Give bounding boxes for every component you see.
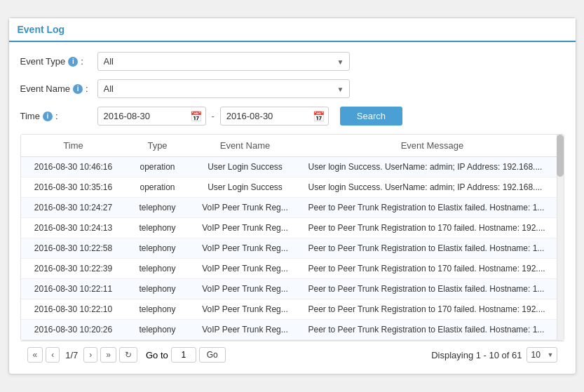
table-row: 2016-08-30 10:22:39 telephony VoIP Peer … <box>21 259 564 279</box>
cell-type: telephony <box>126 238 189 259</box>
event-type-row: Event Type i : All <box>20 52 564 71</box>
cell-type: telephony <box>126 279 189 299</box>
panel-title-text: Event Log <box>18 24 65 35</box>
scrollbar-track <box>557 135 564 340</box>
table-row: 2016-08-30 10:46:16 operation User Login… <box>21 157 564 177</box>
calendar-from-icon[interactable]: 📅 <box>190 111 202 122</box>
col-time: Time <box>21 135 126 157</box>
cell-message: Peer to Peer Trunk Registration to Elast… <box>301 279 564 299</box>
cell-message: Peer to Peer Trunk Registration to 170 f… <box>301 259 564 279</box>
cell-time: 2016-08-30 10:22:39 <box>21 259 126 279</box>
col-event-message: Event Message <box>301 135 564 157</box>
table-row: 2016-08-30 10:22:58 telephony VoIP Peer … <box>21 238 564 259</box>
cell-message: User login Success. UserName: admin; IP … <box>301 177 564 198</box>
cell-event-name: VoIP Peer Trunk Reg... <box>189 238 301 259</box>
event-name-row: Event Name i : All <box>20 79 564 98</box>
refresh-button[interactable]: ↻ <box>119 347 137 363</box>
scrollbar-thumb[interactable] <box>557 135 564 177</box>
table-row: 2016-08-30 10:22:11 telephony VoIP Peer … <box>21 279 564 299</box>
cell-time: 2016-08-30 10:22:10 <box>21 299 126 320</box>
cell-type: telephony <box>126 259 189 279</box>
date-dash: - <box>212 111 215 121</box>
event-type-label: Event Type i : <box>20 56 97 67</box>
calendar-to-icon[interactable]: 📅 <box>313 111 325 122</box>
cell-time: 2016-08-30 10:46:16 <box>21 157 126 177</box>
cell-type: telephony <box>126 320 189 340</box>
table-row: 2016-08-30 10:20:26 telephony VoIP Peer … <box>21 320 564 340</box>
time-row: Time i : 📅 - 📅 Search <box>20 107 564 126</box>
cell-event-name: VoIP Peer Trunk Reg... <box>189 218 301 238</box>
date-from-wrapper: 📅 <box>97 107 206 126</box>
event-name-label: Event Name i : <box>20 83 97 94</box>
cell-time: 2016-08-30 10:24:13 <box>21 218 126 238</box>
goto-label: Go to <box>146 350 168 360</box>
pagination-bar: « ‹ 1/7 › » ↻ Go to Go Displaying 1 - 10… <box>20 341 564 367</box>
goto-section: Go to Go <box>146 347 226 363</box>
table-row: 2016-08-30 10:35:16 operation User Login… <box>21 177 564 198</box>
event-name-info-icon[interactable]: i <box>73 84 83 94</box>
displaying-label: Displaying 1 - 10 of 61 <box>431 350 522 360</box>
pagination-right: Displaying 1 - 10 of 61 10 20 50 <box>431 347 557 363</box>
cell-message: User login Success. UserName: admin; IP … <box>301 157 564 177</box>
table-row: 2016-08-30 10:24:27 telephony VoIP Peer … <box>21 198 564 218</box>
panel-title: Event Log <box>9 18 576 42</box>
table-row: 2016-08-30 10:22:10 telephony VoIP Peer … <box>21 299 564 320</box>
cell-event-name: VoIP Peer Trunk Reg... <box>189 198 301 218</box>
goto-button[interactable]: Go <box>199 347 226 363</box>
cell-type: telephony <box>126 218 189 238</box>
table-container: Time Type Event Name Event Message 2016-… <box>20 134 564 367</box>
date-to-wrapper: 📅 <box>220 107 329 126</box>
cell-type: telephony <box>126 299 189 320</box>
event-log-panel: Event Log Event Type i : All Event Name … <box>8 18 576 374</box>
pagination-left: « ‹ 1/7 › » ↻ Go to Go <box>27 347 226 363</box>
cell-message: Peer to Peer Trunk Registration to Elast… <box>301 320 564 340</box>
cell-message: Peer to Peer Trunk Registration to Elast… <box>301 238 564 259</box>
cell-event-name: VoIP Peer Trunk Reg... <box>189 299 301 320</box>
cell-time: 2016-08-30 10:22:58 <box>21 238 126 259</box>
page-size-select[interactable]: 10 20 50 <box>527 347 557 363</box>
col-type: Type <box>126 135 189 157</box>
first-page-button[interactable]: « <box>27 347 43 363</box>
next-page-button[interactable]: › <box>83 347 97 363</box>
cell-event-name: VoIP Peer Trunk Reg... <box>189 259 301 279</box>
event-name-select[interactable]: All <box>97 79 350 98</box>
event-type-select-wrapper: All <box>97 52 350 71</box>
last-page-button[interactable]: » <box>100 347 116 363</box>
page-size-wrapper: 10 20 50 <box>527 347 557 363</box>
goto-input[interactable] <box>171 347 196 363</box>
cell-time: 2016-08-30 10:20:26 <box>21 320 126 340</box>
cell-event-name: User Login Success <box>189 177 301 198</box>
cell-event-name: User Login Success <box>189 157 301 177</box>
cell-time: 2016-08-30 10:35:16 <box>21 177 126 198</box>
prev-page-button[interactable]: ‹ <box>46 347 60 363</box>
cell-time: 2016-08-30 10:22:11 <box>21 279 126 299</box>
table-header-row: Time Type Event Name Event Message <box>21 135 564 157</box>
time-info-icon[interactable]: i <box>43 111 53 121</box>
table-row: 2016-08-30 10:24:13 telephony VoIP Peer … <box>21 218 564 238</box>
cell-message: Peer to Peer Trunk Registration to 170 f… <box>301 299 564 320</box>
table-wrapper: Time Type Event Name Event Message 2016-… <box>20 134 564 341</box>
cell-event-name: VoIP Peer Trunk Reg... <box>189 320 301 340</box>
cell-time: 2016-08-30 10:24:27 <box>21 198 126 218</box>
cell-type: operation <box>126 177 189 198</box>
cell-type: telephony <box>126 198 189 218</box>
event-type-select[interactable]: All <box>97 52 350 71</box>
time-label: Time i : <box>20 111 97 121</box>
cell-event-name: VoIP Peer Trunk Reg... <box>189 279 301 299</box>
col-event-name: Event Name <box>189 135 301 157</box>
page-info: 1/7 <box>65 350 78 360</box>
search-button[interactable]: Search <box>340 107 402 126</box>
event-log-table: Time Type Event Name Event Message 2016-… <box>21 135 564 340</box>
cell-message: Peer to Peer Trunk Registration to Elast… <box>301 198 564 218</box>
event-type-info-icon[interactable]: i <box>68 57 78 67</box>
cell-type: operation <box>126 157 189 177</box>
cell-message: Peer to Peer Trunk Registration to 170 f… <box>301 218 564 238</box>
event-name-select-wrapper: All <box>97 79 350 98</box>
